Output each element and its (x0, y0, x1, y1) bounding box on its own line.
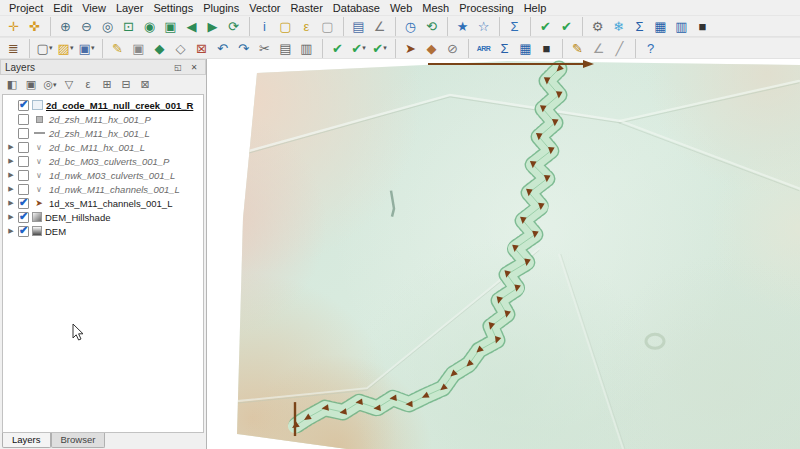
new-project-icon[interactable]: ▢ (29, 39, 55, 58)
layer-1d-nwk-channels[interactable]: 1d_nwk_M11_channels_001_L (5, 182, 203, 196)
menu-item[interactable]: Processing (454, 2, 518, 14)
check-validity-icon[interactable]: ✔ (556, 17, 577, 36)
remove-layer-icon[interactable]: ⊠ (136, 77, 154, 93)
expander-icon[interactable] (7, 199, 15, 207)
arr-tool-icon[interactable]: ARR (468, 39, 494, 58)
menu-item[interactable]: Layer (111, 2, 149, 14)
menu-item[interactable]: Raster (285, 2, 327, 14)
freeze-canvas-icon[interactable]: ❄ (608, 17, 629, 36)
save-layer-edits-icon[interactable]: ▣ (128, 39, 149, 58)
filter-expression-icon[interactable]: ε (79, 77, 97, 93)
open-project-icon[interactable]: ▨ (55, 39, 76, 58)
check-geometries-icon[interactable]: ✔ (530, 17, 556, 36)
select-by-expression-icon[interactable]: ε (296, 17, 317, 36)
sum-features-icon[interactable]: Σ (629, 17, 650, 36)
tab-layers[interactable]: Layers (2, 433, 51, 448)
menu-item[interactable]: Vector (244, 2, 285, 14)
zoom-in-icon[interactable]: ⊕ (50, 17, 76, 36)
layer-visibility-checkbox[interactable] (18, 100, 29, 111)
menu-item[interactable]: Settings (148, 2, 198, 14)
temporal-controller-icon[interactable]: ◷ (395, 17, 421, 36)
zoom-to-layer-icon[interactable]: ▣ (160, 17, 181, 36)
expander-icon[interactable] (7, 171, 15, 179)
layer-dem-hillshade[interactable]: DEM_Hillshade (5, 210, 203, 224)
save-project-icon[interactable]: ▣ (76, 39, 97, 58)
delete-selected-icon[interactable]: ⊠ (191, 39, 212, 58)
expand-all-icon[interactable]: ⊞ (98, 77, 116, 93)
expander-icon[interactable] (7, 143, 15, 151)
tuflow-increment-icon[interactable]: ⊘ (442, 39, 463, 58)
toggle-editing-icon[interactable]: ✎ (102, 39, 128, 58)
zoom-out-icon[interactable]: ⊖ (76, 17, 97, 36)
tuflow-run-icon[interactable]: ➤ (395, 39, 421, 58)
open-styling-panel-icon[interactable]: ◧ (3, 77, 21, 93)
vertex-tool-icon[interactable]: ◇ (170, 39, 191, 58)
add-group-icon[interactable]: ▣ (22, 77, 40, 93)
select-features-icon[interactable]: ▢ (275, 17, 296, 36)
layer-visibility-checkbox[interactable] (18, 212, 29, 223)
diagonal-tool-icon[interactable]: ╱ (609, 39, 630, 58)
annotation-pencil-icon[interactable]: ✎ (562, 39, 588, 58)
layer-visibility-checkbox[interactable] (18, 128, 29, 139)
menu-item[interactable]: Edit (48, 2, 77, 14)
tuflow-check-1d-icon[interactable]: ✔ (322, 39, 348, 58)
zoom-native-icon[interactable]: ◎ (97, 17, 118, 36)
zoom-last-icon[interactable]: ◀ (181, 17, 202, 36)
menu-item[interactable]: Help (519, 2, 552, 14)
menu-item[interactable]: Project (4, 2, 48, 14)
tab-browser[interactable]: Browser (51, 433, 106, 448)
panel-grid-icon[interactable]: ▦ (650, 17, 671, 36)
expander-icon[interactable] (7, 227, 15, 235)
layer-1d-xs-channels[interactable]: 1d_xs_M11_channels_001_L (5, 196, 203, 210)
data-source-manager-icon[interactable]: ≣ (3, 39, 24, 58)
layer-2d-bc-hx-l[interactable]: 2d_bc_M11_hx_001_L (5, 140, 203, 154)
cut-features-icon[interactable]: ✂ (254, 39, 275, 58)
copy-features-icon[interactable]: ▤ (275, 39, 296, 58)
layer-visibility-checkbox[interactable] (18, 142, 29, 153)
layer-1d-nwk-culverts[interactable]: 1d_nwk_M03_culverts_001_L (5, 168, 203, 182)
tuflow-results-icon[interactable]: ◆ (421, 39, 442, 58)
close-panel-icon[interactable]: ✕ (187, 61, 201, 73)
layer-2d-code-null-creek[interactable]: 2d_code_M11_null_creek_001_R (5, 98, 203, 112)
panel-blue-icon[interactable]: ▦ (515, 39, 536, 58)
undo-icon[interactable]: ↶ (212, 39, 233, 58)
manage-themes-icon[interactable]: ◎ (41, 77, 59, 93)
zoom-to-selection-icon[interactable]: ◉ (139, 17, 160, 36)
add-feature-icon[interactable]: ◆ (149, 39, 170, 58)
identify-features-icon[interactable]: i (249, 17, 275, 36)
deselect-features-icon[interactable]: ▢ (317, 17, 338, 36)
open-attribute-table-icon[interactable]: ▤ (343, 17, 369, 36)
zoom-next-icon[interactable]: ▶ (202, 17, 223, 36)
statistics-icon[interactable]: Σ (499, 17, 525, 36)
zoom-full-icon[interactable]: ⊡ (118, 17, 139, 36)
undock-panel-icon[interactable]: ◱ (171, 61, 185, 73)
menu-item[interactable]: Web (385, 2, 417, 14)
menu-item[interactable]: Mesh (417, 2, 454, 14)
menu-item[interactable]: Database (328, 2, 385, 14)
layer-visibility-checkbox[interactable] (18, 156, 29, 167)
collapse-all-icon[interactable]: ⊟ (117, 77, 135, 93)
options-gear-icon[interactable]: ⚙ (582, 17, 608, 36)
layer-tree[interactable]: 2d_code_M11_null_creek_001_R 2d_zsh_M11_… (2, 94, 204, 433)
expander-icon[interactable] (7, 185, 15, 193)
layer-dem[interactable]: DEM (5, 224, 203, 238)
measure-angle-icon[interactable]: ∠ (588, 39, 609, 58)
panel-dark-icon[interactable]: ■ (536, 39, 557, 58)
layer-visibility-checkbox[interactable] (18, 184, 29, 195)
menu-item[interactable]: Plugins (198, 2, 244, 14)
pan-to-selection-icon[interactable]: ✜ (24, 17, 45, 36)
layer-2d-bc-culverts[interactable]: 2d_bc_M03_culverts_001_P (5, 154, 203, 168)
new-bookmark-icon[interactable]: ★ (447, 17, 473, 36)
refresh-map-icon[interactable]: ⟳ (223, 17, 244, 36)
measure-line-icon[interactable]: ∠ (369, 17, 390, 36)
pan-map-icon[interactable]: ✛ (3, 17, 24, 36)
menu-item[interactable]: View (77, 2, 111, 14)
layer-2d-zsh-hx-p[interactable]: 2d_zsh_M11_hx_001_P (5, 112, 203, 126)
expander-icon[interactable] (7, 213, 15, 221)
layer-visibility-checkbox[interactable] (18, 226, 29, 237)
tuflow-import-icon[interactable]: ✔ (369, 39, 390, 58)
expander-icon[interactable] (7, 157, 15, 165)
help-icon[interactable]: ? (635, 39, 661, 58)
layer-2d-zsh-hx-l[interactable]: 2d_zsh_M11_hx_001_L (5, 126, 203, 140)
filter-legend-icon[interactable]: ▽ (60, 77, 78, 93)
